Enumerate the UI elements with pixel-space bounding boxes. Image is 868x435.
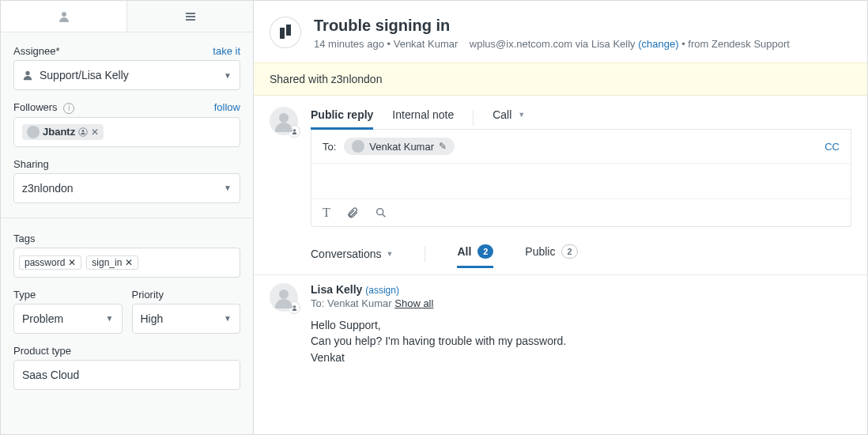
priority-value: High — [141, 312, 164, 325]
text-format-icon[interactable]: T — [323, 206, 330, 220]
ticket-source: from Zendesk Support — [688, 38, 790, 50]
tags-label: Tags — [13, 233, 35, 244]
svg-rect-1 — [186, 13, 195, 14]
message-recipients: To: Venkat Kumar Show all — [311, 297, 566, 309]
ticket-sidebar: Assignee* take it Support/Lisa Kelly ▼ F… — [1, 1, 254, 434]
ticket-main: Trouble signing in 14 minutes ago • Venk… — [254, 1, 867, 434]
count-badge: 2 — [561, 244, 577, 259]
avatar-icon — [27, 126, 40, 138]
requester-email: wplus@ix.netcom.com — [470, 38, 572, 50]
type-group: Type Problem ▼ — [13, 289, 123, 334]
ticket-header: Trouble signing in 14 minutes ago • Venk… — [254, 1, 867, 62]
svg-line-9 — [382, 214, 385, 218]
sharing-group: Sharing z3nlondon ▼ — [13, 158, 240, 203]
filter-public[interactable]: Public 2 — [525, 241, 577, 267]
assignee-select[interactable]: Support/Lisa Kelly ▼ — [13, 60, 240, 90]
remove-follower-icon[interactable]: ✕ — [91, 127, 99, 138]
remove-tag-icon[interactable]: ✕ — [125, 257, 133, 268]
avatar-icon — [352, 140, 364, 153]
followers-input[interactable]: Jbantz ✕ — [13, 117, 240, 147]
svg-rect-2 — [186, 16, 195, 17]
search-icon[interactable] — [375, 206, 387, 219]
tag-chip[interactable]: sign_in ✕ — [86, 255, 138, 270]
edit-icon[interactable]: ✎ — [439, 141, 447, 152]
svg-point-10 — [292, 305, 295, 308]
tags-group: Tags password ✕ sign_in ✕ — [13, 233, 240, 278]
svg-point-8 — [376, 209, 383, 215]
type-value: Problem — [22, 312, 63, 325]
message-item: Lisa Kelly (assign) To: Venkat Kumar Sho… — [254, 274, 867, 381]
author-avatar — [270, 283, 298, 312]
sidebar-tabs — [1, 1, 253, 32]
change-requester-link[interactable]: (change) — [638, 38, 678, 50]
chevron-down-icon: ▼ — [224, 314, 232, 323]
shared-banner: Shared with z3nlondon — [254, 62, 867, 96]
conversations-dropdown[interactable]: Conversations ▼ — [311, 248, 393, 260]
follower-name: Jbantz — [43, 126, 75, 138]
priority-select[interactable]: High ▼ — [132, 304, 241, 334]
ticket-meta: 14 minutes ago • Venkat Kumar wplus@ix.n… — [314, 38, 790, 50]
priority-group: Priority High ▼ — [132, 289, 241, 334]
divider — [473, 110, 474, 126]
product-group: Product type — [13, 345, 240, 390]
reply-tabs: Public reply Internal note Call ▼ — [311, 107, 851, 130]
chevron-down-icon: ▼ — [518, 111, 525, 119]
agent-badge-icon — [288, 125, 300, 138]
ticket-age: 14 minutes ago — [314, 38, 384, 50]
info-icon[interactable]: i — [63, 103, 74, 114]
tag-chip[interactable]: password ✕ — [19, 255, 81, 270]
sharing-select[interactable]: z3nlondon ▼ — [13, 173, 240, 203]
assign-link[interactable]: (assign) — [365, 285, 399, 296]
sidebar-tab-user[interactable] — [1, 1, 126, 32]
show-all-link[interactable]: Show all — [394, 297, 433, 309]
product-label: Product type — [13, 345, 71, 357]
list-icon — [184, 10, 197, 23]
person-small-icon — [78, 127, 88, 137]
take-it-link[interactable]: take it — [213, 45, 240, 57]
recipient-name: Venkat Kumar — [369, 141, 434, 153]
assignee-value: Support/Lisa Kelly — [40, 69, 129, 81]
type-label: Type — [13, 289, 36, 301]
via-name: Lisa Kelly — [591, 38, 636, 50]
sidebar-tab-details[interactable] — [126, 1, 253, 32]
message-to-name: Venkat Kumar — [327, 297, 392, 309]
compose-area: Public reply Internal note Call ▼ To: — [254, 96, 867, 227]
follower-chip[interactable]: Jbantz ✕ — [22, 124, 104, 140]
recipient-row: To: Venkat Kumar ✎ CC — [311, 130, 851, 164]
tab-internal-note[interactable]: Internal note — [392, 107, 454, 129]
assignee-group: Assignee* take it Support/Lisa Kelly ▼ — [13, 45, 240, 90]
to-label: To: — [323, 141, 336, 153]
current-user-avatar — [270, 107, 298, 135]
recipient-chip[interactable]: Venkat Kumar ✎ — [344, 138, 455, 155]
svg-point-7 — [292, 129, 295, 131]
followers-group: Followers i follow Jbantz ✕ — [13, 101, 240, 147]
editor-toolbar: T — [311, 199, 851, 226]
chevron-down-icon: ▼ — [106, 314, 114, 323]
divider — [425, 246, 425, 262]
reply-editor[interactable] — [311, 164, 851, 199]
app-root: Assignee* take it Support/Lisa Kelly ▼ F… — [0, 0, 868, 435]
person-icon — [22, 70, 33, 81]
followers-label: Followers i — [13, 101, 74, 114]
message-author: Lisa Kelly — [311, 283, 362, 296]
remove-tag-icon[interactable]: ✕ — [68, 257, 76, 268]
chevron-down-icon: ▼ — [387, 250, 394, 258]
attachment-icon[interactable] — [346, 206, 359, 219]
conversations-filters: Conversations ▼ All 2 Public 2 — [254, 227, 867, 274]
svg-point-4 — [25, 71, 29, 75]
sharing-value: z3nlondon — [22, 182, 74, 195]
filter-all[interactable]: All 2 — [457, 241, 493, 267]
cc-button[interactable]: CC — [825, 141, 840, 153]
sharing-label: Sharing — [13, 158, 49, 170]
tab-public-reply[interactable]: Public reply — [311, 107, 373, 129]
agent-badge-icon — [288, 301, 300, 314]
follow-link[interactable]: follow — [214, 101, 240, 113]
tab-call[interactable]: Call ▼ — [492, 107, 525, 129]
product-input[interactable] — [13, 360, 240, 390]
priority-label: Priority — [132, 289, 164, 301]
type-select[interactable]: Problem ▼ — [13, 304, 123, 334]
chevron-down-icon: ▼ — [224, 183, 232, 192]
message-header: Lisa Kelly (assign) — [311, 283, 566, 296]
tags-input[interactable]: password ✕ sign_in ✕ — [13, 248, 240, 278]
brand-avatar — [263, 10, 308, 55]
